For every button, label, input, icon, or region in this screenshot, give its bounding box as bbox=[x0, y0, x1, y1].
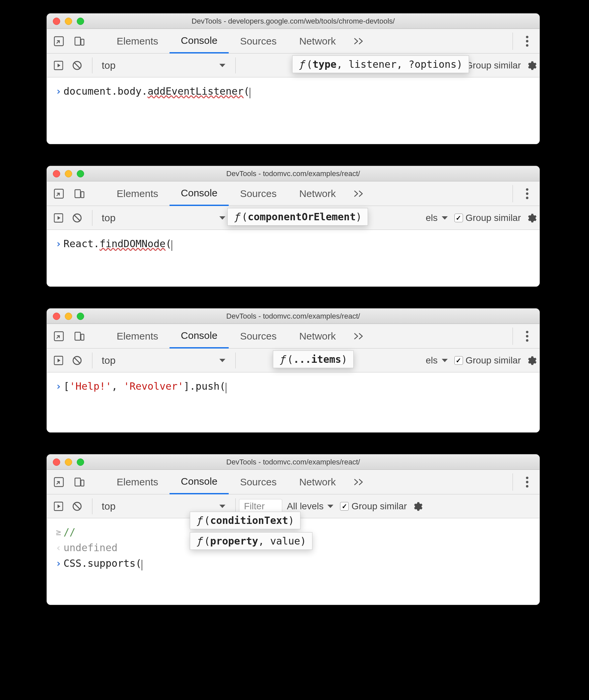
inspect-icon[interactable] bbox=[53, 188, 65, 200]
kebab-menu-icon[interactable] bbox=[521, 476, 534, 488]
devtools-window: DevTools - todomvc.com/examples/react/El… bbox=[46, 454, 540, 605]
separator bbox=[513, 328, 513, 345]
filter-input[interactable]: Filter bbox=[239, 499, 282, 513]
chevron-down-icon bbox=[327, 504, 334, 508]
code-segment: undefined bbox=[63, 542, 118, 554]
console-body[interactable]: ƒ(type, listener, ?options)›document.bod… bbox=[47, 77, 540, 144]
log-levels-select[interactable]: All levels bbox=[287, 501, 334, 511]
minimize-dot[interactable] bbox=[65, 313, 72, 320]
console-row[interactable]: ›React.findDOMNode( bbox=[47, 236, 540, 252]
tab-network[interactable]: Network bbox=[288, 324, 347, 349]
code-segment: ].push( bbox=[184, 380, 225, 392]
log-levels-select[interactable]: els bbox=[426, 213, 448, 223]
gear-icon[interactable] bbox=[526, 60, 537, 71]
close-dot[interactable] bbox=[53, 170, 60, 178]
tab-sources[interactable]: Sources bbox=[229, 470, 288, 494]
group-similar-checkbox[interactable]: ✓ bbox=[454, 214, 463, 222]
svg-rect-9 bbox=[75, 190, 81, 198]
chevron-down-icon bbox=[441, 358, 448, 363]
chevron-down-icon bbox=[441, 216, 448, 220]
console-body[interactable]: ƒ(componentOrElement)›React.findDOMNode( bbox=[47, 230, 540, 286]
console-body[interactable]: ƒ(conditionText)ƒ(property, value)≥//‹un… bbox=[47, 518, 540, 605]
console-body[interactable]: ƒ(...items)›['Help!', 'Revolver'].push( bbox=[47, 372, 540, 432]
tab-sources[interactable]: Sources bbox=[229, 29, 288, 53]
svg-rect-10 bbox=[81, 192, 84, 198]
tab-network[interactable]: Network bbox=[288, 29, 347, 53]
kebab-menu-icon[interactable] bbox=[521, 188, 534, 200]
context-selector[interactable]: top bbox=[96, 209, 232, 227]
group-similar-label: Group similar bbox=[466, 355, 521, 366]
zoom-dot[interactable] bbox=[77, 18, 84, 25]
console-row[interactable]: ›['Help!', 'Revolver'].push( bbox=[47, 378, 540, 394]
gear-icon[interactable] bbox=[526, 212, 537, 224]
sidebar-toggle-icon[interactable] bbox=[53, 501, 64, 512]
sidebar-toggle-icon[interactable] bbox=[53, 355, 64, 366]
devtools-window: DevTools - todomvc.com/examples/react/El… bbox=[46, 308, 540, 432]
tab-console[interactable]: Console bbox=[170, 324, 229, 349]
context-selector[interactable]: top bbox=[96, 57, 232, 74]
separator bbox=[92, 352, 92, 368]
minimize-dot[interactable] bbox=[65, 170, 72, 178]
console-row[interactable]: ›CSS.supports( bbox=[47, 556, 540, 572]
tab-console[interactable]: Console bbox=[170, 29, 229, 53]
tab-elements[interactable]: Elements bbox=[106, 29, 170, 53]
gear-icon[interactable] bbox=[411, 501, 423, 512]
group-similar-checkbox[interactable]: ✓ bbox=[454, 356, 463, 365]
log-levels-label: els bbox=[426, 213, 438, 223]
more-tabs-icon[interactable] bbox=[354, 332, 365, 340]
gear-icon[interactable] bbox=[526, 355, 537, 366]
inspect-icon[interactable] bbox=[53, 330, 65, 342]
prompt-icon: › bbox=[53, 85, 63, 97]
zoom-dot[interactable] bbox=[77, 313, 84, 320]
log-levels-select[interactable]: els bbox=[426, 355, 448, 366]
minimize-dot[interactable] bbox=[65, 18, 72, 25]
zoom-dot[interactable] bbox=[77, 458, 84, 466]
signature-part: ) bbox=[356, 211, 362, 223]
minimize-dot[interactable] bbox=[65, 458, 72, 466]
zoom-dot[interactable] bbox=[77, 170, 84, 178]
more-tabs-icon[interactable] bbox=[354, 478, 365, 486]
chevron-down-icon bbox=[219, 504, 226, 508]
inspect-icon[interactable] bbox=[53, 476, 65, 488]
inspect-icon[interactable] bbox=[53, 35, 65, 47]
tab-console[interactable]: Console bbox=[170, 182, 229, 206]
code-segment: CSS.supports( bbox=[63, 558, 142, 569]
close-dot[interactable] bbox=[53, 313, 60, 320]
tab-network[interactable]: Network bbox=[288, 182, 347, 206]
group-similar-label: Group similar bbox=[466, 213, 521, 223]
kebab-menu-icon[interactable] bbox=[521, 330, 534, 343]
more-tabs-icon[interactable] bbox=[354, 37, 365, 45]
device-toggle-icon[interactable] bbox=[73, 188, 85, 200]
sidebar-toggle-icon[interactable] bbox=[53, 60, 64, 71]
device-toggle-icon[interactable] bbox=[73, 476, 85, 488]
prompt-icon: › bbox=[53, 558, 63, 569]
separator bbox=[513, 185, 513, 202]
code-segment: addEventListener bbox=[148, 85, 244, 97]
more-tabs-icon[interactable] bbox=[354, 190, 365, 198]
tab-sources[interactable]: Sources bbox=[229, 182, 288, 206]
device-toggle-icon[interactable] bbox=[73, 330, 85, 342]
signature-part: ( bbox=[242, 211, 248, 223]
clear-console-icon[interactable] bbox=[71, 212, 83, 224]
tab-elements[interactable]: Elements bbox=[106, 324, 170, 349]
tab-network[interactable]: Network bbox=[288, 470, 347, 494]
tab-elements[interactable]: Elements bbox=[106, 182, 170, 206]
clear-console-icon[interactable] bbox=[71, 355, 83, 366]
close-dot[interactable] bbox=[53, 458, 60, 466]
clear-console-icon[interactable] bbox=[71, 501, 83, 512]
tab-elements[interactable]: Elements bbox=[106, 470, 170, 494]
signature-part: ( bbox=[204, 514, 210, 526]
device-toggle-icon[interactable] bbox=[73, 35, 85, 47]
sidebar-toggle-icon[interactable] bbox=[53, 212, 64, 224]
function-icon: ƒ bbox=[299, 58, 305, 70]
kebab-menu-icon[interactable] bbox=[521, 35, 534, 47]
clear-console-icon[interactable] bbox=[71, 60, 83, 71]
context-selector[interactable]: top bbox=[96, 352, 232, 369]
svg-point-20 bbox=[526, 335, 528, 337]
code-text: document.body.addEventListener( bbox=[63, 85, 250, 97]
tab-sources[interactable]: Sources bbox=[229, 324, 288, 349]
group-similar-checkbox[interactable]: ✓ bbox=[340, 502, 349, 510]
close-dot[interactable] bbox=[53, 18, 60, 25]
tab-console[interactable]: Console bbox=[170, 470, 229, 494]
console-row[interactable]: ›document.body.addEventListener( bbox=[47, 83, 540, 99]
